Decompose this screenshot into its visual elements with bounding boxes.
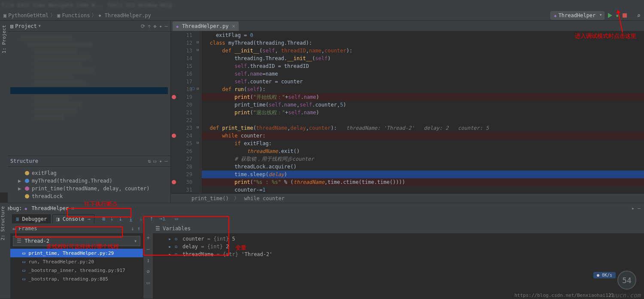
variables-list[interactable]: ▸ ▫ counter = {int} 5▸ ▫ delay = {int} 2… [153, 233, 644, 258]
debug-config-label: ThreadHelper [31, 205, 69, 211]
debug-subtabs[interactable]: ≣ Debugger ◨ Console → ≣ ⤵ ⭳ ⭳̲ ⭳ ⭱ →ı ▭ [0, 214, 644, 224]
frames-list[interactable]: ▭ print_time, ThreadHelper.py:29▭ run, T… [10, 249, 143, 283]
stop-icon[interactable] [623, 13, 627, 18]
variable-item[interactable]: ▸ ▫ threadName = {str} 'Thread-2' [153, 250, 644, 258]
fold-gutter[interactable]: ⊟⊟⊟⬡⊟⊟ [196, 31, 202, 193]
editor: ◆ThreadHelper.py× 1112131415161718192021… [171, 21, 644, 203]
frame-item[interactable]: ▭ run, ThreadHelper.py:20 [10, 257, 143, 266]
sidebar-tab-project[interactable]: 1: Project [1, 25, 7, 53]
variable-item[interactable]: ▸ ▫ delay = {int} 2 [153, 243, 644, 250]
breadcrumb-item[interactable]: Functions [62, 12, 90, 18]
variables-title: Variables [163, 226, 191, 232]
project-label: Project [15, 23, 37, 29]
code-breadcrumb[interactable]: print_time()〉 while counter [171, 193, 644, 203]
run-to-cursor-icon[interactable]: →ı [158, 216, 167, 222]
vars-toolbar[interactable]: +—↥⊘▭ [143, 224, 153, 299]
frame-item[interactable]: ▭ _bootstrap_inner, threading.py:917 [10, 266, 143, 275]
structure-item[interactable]: ▶print_time(threadName, delay, counter) [11, 185, 167, 192]
breadcrumb-item[interactable]: PythonGetHtml [8, 12, 49, 18]
frame-item[interactable]: ▭ _bootstrap, threading.py:885 [10, 275, 143, 283]
network-pill: ● 0K/s [593, 272, 616, 278]
menu-bar: File Edit View Navigate Code W... Tools … [0, 0, 644, 10]
line-number-gutter: 1112131415161718192021222324252627282930… [177, 31, 196, 193]
frame-item[interactable]: ▭ print_time, ThreadHelper.py:29 [10, 249, 143, 257]
debugger-tab[interactable]: ≣ Debugger [12, 214, 51, 223]
breadcrumb: ▣ PythonGetHtml 〉▣ Functions 〉◆ ThreadHe… [3, 12, 151, 19]
gauge-badge: 54 [617, 271, 636, 290]
structure-item[interactable]: exitFlag [11, 169, 167, 177]
editor-tab[interactable]: ◆ThreadHelper.py× [173, 21, 239, 31]
step-into-icon[interactable]: ⭳ [116, 216, 125, 222]
evaluate-icon[interactable]: ▭ [173, 216, 179, 222]
step-tool-icon[interactable]: ≣ [100, 216, 107, 222]
breakpoint-gutter[interactable] [171, 31, 177, 193]
project-toolbar[interactable]: ⟳÷✥✦— [138, 23, 168, 29]
structure-list[interactable]: exitFlag▶myThread(threading.Thread)▶prin… [8, 167, 170, 203]
console-tab[interactable]: ◨ Console → [52, 214, 94, 223]
step-into-my-icon[interactable]: ⭳̲ [127, 216, 135, 222]
code-body[interactable]: exitFlag = 0 class myThread(threading.Th… [202, 31, 644, 193]
debug-panel: Debug: ◆ThreadHelper × ✦ — ≣ Debugger ◨ … [0, 203, 644, 299]
sidebar-tab-structure[interactable]: 2: Structure [0, 206, 6, 240]
debug-panel-settings[interactable]: ✦ — [631, 205, 641, 211]
project-tree[interactable] [8, 32, 170, 156]
breadcrumb-item[interactable]: ThreadHelper.py [104, 12, 151, 18]
structure-toolwindow-header: Structure ⇅▭✦— [8, 156, 170, 167]
search-icon[interactable]: ⌕ [637, 12, 641, 19]
run-icon[interactable] [608, 13, 612, 18]
navigation-bar: ▣ PythonGetHtml 〉▣ Functions 〉◆ ThreadHe… [0, 10, 644, 21]
structure-label: Structure [10, 158, 38, 164]
frames-title: Frames [18, 226, 37, 232]
variable-item[interactable]: ▸ ▫ counter = {int} 5 [153, 235, 644, 243]
run-config-selector[interactable]: ◆ThreadHelper [550, 11, 605, 20]
thread-selector[interactable]: ☰ Thread-2 ▼ [13, 236, 140, 246]
left-toolwindow-stripe[interactable]: 1: Project [0, 21, 8, 192]
structure-toolbar[interactable]: ⇅▭✦— [145, 158, 168, 164]
step-over-icon[interactable]: ⤵ [109, 216, 115, 222]
editor-tabs[interactable]: ◆ThreadHelper.py× [171, 21, 644, 31]
step-force-icon[interactable]: ⭳ [137, 216, 146, 222]
structure-item[interactable]: threadLock [11, 192, 167, 200]
run-config-area: ◆ThreadHelper ✸ ⌕ [550, 11, 641, 20]
project-toolwindow-header: ▤Project▼ ⟳÷✥✦— [8, 21, 170, 32]
step-out-icon[interactable]: ⭱ [147, 216, 156, 222]
watermark: https://blog.csdn.net/Benxiaohai123 [514, 293, 614, 298]
run-config-label: ThreadHelper [559, 12, 596, 18]
structure-item[interactable]: ▶myThread(threading.Thread) [11, 177, 167, 185]
